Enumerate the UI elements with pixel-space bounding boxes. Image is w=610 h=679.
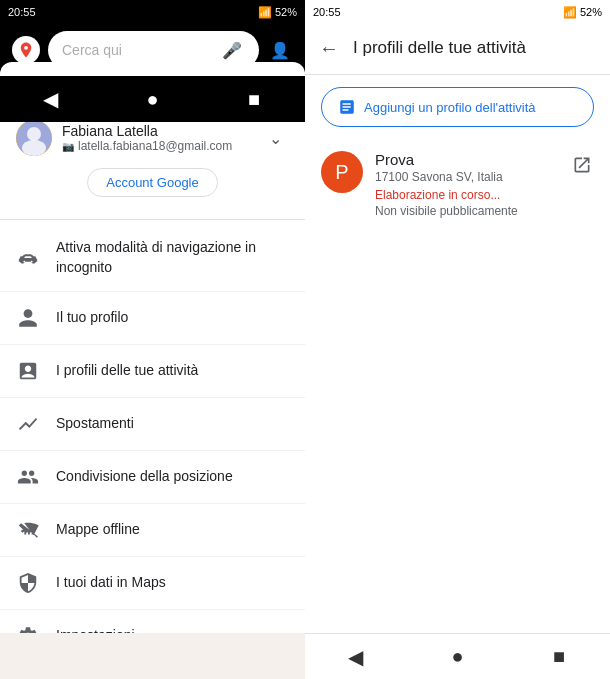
user-name: Fabiana Latella: [62, 123, 251, 139]
incognito-label: Attiva modalità di navigazione in incogn…: [56, 238, 289, 277]
menu-sheet: ✕ Google Fabiana Latella 📷 latella.fabia…: [0, 62, 305, 633]
profile-card: P Prova 17100 Savona SV, Italia Elaboraz…: [305, 139, 610, 230]
divider: [0, 219, 305, 220]
search-placeholder: Cerca qui: [62, 42, 219, 58]
incognito-icon: [16, 246, 40, 270]
menu-item-offline[interactable]: Mappe offline: [0, 504, 305, 557]
settings-icon: [16, 624, 40, 633]
menu-item-trips[interactable]: Spostamenti: [0, 398, 305, 451]
data-icon: [16, 571, 40, 595]
user-info: Fabiana Latella 📷 latella.fabiana18@gmai…: [62, 123, 251, 153]
account-icon-small[interactable]: 👤: [267, 37, 293, 63]
menu-item-incognito[interactable]: Attiva modalità di navigazione in incogn…: [0, 224, 305, 292]
left-status-bar: 20:55 📶 52%: [0, 0, 305, 24]
profile-info: Prova 17100 Savona SV, Italia Elaborazio…: [375, 151, 594, 218]
home-nav-button[interactable]: ●: [132, 79, 172, 119]
left-bottom-nav: ◀ ● ■: [0, 76, 305, 122]
add-profile-icon: [338, 98, 356, 116]
profile-avatar: P: [321, 151, 363, 193]
right-back-nav-button[interactable]: ◀: [336, 637, 376, 677]
right-bottom-nav: ◀ ● ■: [305, 633, 610, 679]
profile-icon: [16, 306, 40, 330]
mic-icon[interactable]: 🎤: [219, 37, 245, 63]
profile-label: Il tuo profilo: [56, 308, 128, 328]
add-profile-label: Aggiungi un profilo dell'attività: [364, 100, 536, 115]
status-icons: 📶 52%: [258, 6, 297, 19]
sharing-icon: [16, 465, 40, 489]
data-label: I tuoi dati in Maps: [56, 573, 166, 593]
menu-list: Attiva modalità di navigazione in incogn…: [0, 224, 305, 633]
sharing-label: Condivisione della posizione: [56, 467, 233, 487]
svg-point-3: [22, 140, 46, 156]
recents-nav-button[interactable]: ■: [234, 79, 274, 119]
settings-label: Impostazioni: [56, 626, 135, 633]
profile-address: 17100 Savona SV, Italia: [375, 170, 594, 184]
account-btn-wrapper: Account Google: [0, 168, 305, 209]
right-recents-nav-button[interactable]: ■: [539, 637, 579, 677]
menu-item-sharing[interactable]: Condivisione della posizione: [0, 451, 305, 504]
external-link-icon[interactable]: [568, 151, 596, 179]
page-title: I profili delle tue attività: [353, 38, 594, 58]
right-home-nav-button[interactable]: ●: [437, 637, 477, 677]
back-button[interactable]: ←: [313, 32, 345, 64]
right-time-display: 20:55: [313, 6, 341, 18]
user-email: 📷 latella.fabiana18@gmail.com: [62, 139, 251, 153]
svg-point-2: [27, 127, 41, 141]
profile-status-processing: Elaborazione in corso...: [375, 188, 594, 202]
trips-label: Spostamenti: [56, 414, 134, 434]
maps-logo: [12, 36, 40, 64]
camera-icon: 📷: [62, 141, 74, 152]
right-panel: 20:55 📶 52% ← I profili delle tue attivi…: [305, 0, 610, 679]
right-status-icons: 📶 52%: [563, 6, 602, 19]
profile-name: Prova: [375, 151, 594, 168]
offline-label: Mappe offline: [56, 520, 140, 540]
profile-status-hidden: Non visibile pubblicamente: [375, 204, 594, 218]
activity-profiles-icon: [16, 359, 40, 383]
right-header: ← I profili delle tue attività: [305, 24, 610, 75]
menu-item-activity-profiles[interactable]: I profili delle tue attività: [0, 345, 305, 398]
trips-icon: [16, 412, 40, 436]
activity-profiles-label: I profili delle tue attività: [56, 361, 198, 381]
left-panel: 20:55 📶 52% Cerca qui 🎤 👤 ✕ Google: [0, 0, 305, 679]
google-account-button[interactable]: Account Google: [87, 168, 218, 197]
add-profile-button[interactable]: Aggiungi un profilo dell'attività: [321, 87, 594, 127]
status-bar-left: 20:55: [8, 6, 36, 18]
right-status-bar: 20:55 📶 52%: [305, 0, 610, 24]
svg-point-0: [24, 46, 28, 50]
avatar: [16, 120, 52, 156]
time-display: 20:55: [8, 6, 36, 18]
chevron-down-icon[interactable]: ⌄: [261, 124, 289, 152]
offline-icon: [16, 518, 40, 542]
back-nav-button[interactable]: ◀: [31, 79, 71, 119]
menu-item-profile[interactable]: Il tuo profilo: [0, 292, 305, 345]
menu-item-data[interactable]: I tuoi dati in Maps: [0, 557, 305, 610]
status-bar-right: 📶 52%: [258, 6, 297, 19]
menu-item-settings[interactable]: Impostazioni: [0, 610, 305, 633]
